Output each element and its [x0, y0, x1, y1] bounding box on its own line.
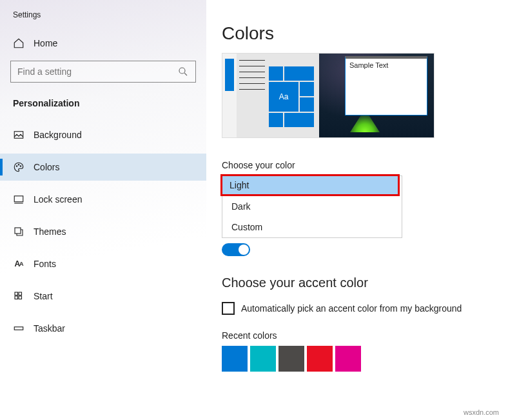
preview-dark: Sample Text [319, 54, 434, 137]
sidebar-item-label: Themes [34, 226, 66, 237]
page-title: Colors [222, 23, 508, 44]
sidebar-item-taskbar[interactable]: Taskbar [0, 315, 206, 342]
auto-accent-checkbox[interactable]: Automatically pick an accent color from … [222, 302, 508, 315]
color-swatch[interactable] [222, 346, 248, 372]
search-input[interactable] [17, 66, 177, 77]
taskbar-icon [13, 323, 24, 334]
toggle-pill[interactable] [222, 243, 250, 256]
color-swatch[interactable] [278, 346, 304, 372]
home-icon [13, 37, 24, 49]
dropdown-option-dark[interactable]: Dark [222, 196, 402, 217]
sidebar-item-label: Lock screen [34, 194, 82, 205]
dropdown-option-light[interactable]: Light [222, 176, 398, 194]
dropdown-option-custom[interactable]: Custom [222, 217, 402, 237]
auto-accent-label: Automatically pick an accent color from … [241, 303, 462, 314]
svg-rect-10 [19, 292, 22, 295]
svg-rect-9 [15, 292, 18, 295]
watermark: wsxdn.com [460, 407, 503, 417]
sidebar-item-label: Background [34, 130, 82, 140]
search-box[interactable] [10, 61, 196, 83]
preview-light: Aa [222, 54, 319, 137]
color-swatch[interactable] [250, 346, 276, 372]
sidebar-item-background[interactable]: Background [0, 121, 206, 148]
recent-colors-row [222, 346, 508, 372]
color-mode-dropdown[interactable]: Light Dark Custom [222, 175, 402, 238]
themes-icon [13, 226, 24, 237]
preview-tile-aa: Aa [269, 82, 298, 112]
fonts-icon: AA [13, 258, 24, 270]
search-icon [177, 66, 189, 77]
sidebar-item-fonts[interactable]: AA Fonts [0, 250, 206, 277]
svg-rect-11 [15, 296, 18, 299]
svg-point-4 [18, 165, 19, 166]
home-label: Home [34, 38, 57, 48]
sidebar-item-label: Taskbar [34, 323, 65, 334]
choose-color-label: Choose your color [222, 160, 508, 170]
sidebar-item-themes[interactable]: Themes [0, 218, 206, 245]
sidebar-item-label: Fonts [34, 259, 56, 269]
color-swatch[interactable] [307, 346, 333, 372]
svg-rect-8 [15, 228, 21, 234]
home-nav[interactable]: Home [0, 31, 206, 55]
main-content: Colors Aa Sample Text Choose your color … [206, 0, 508, 420]
sidebar: Settings Home Personalization Background… [0, 0, 206, 420]
start-icon [13, 290, 24, 302]
sidebar-item-label: Colors [34, 162, 59, 172]
toggle-partial: On [222, 243, 508, 256]
image-icon [13, 129, 24, 141]
svg-rect-2 [14, 132, 23, 139]
preview-sample-window: Sample Text [345, 56, 427, 115]
sidebar-item-start[interactable]: Start [0, 283, 206, 310]
checkbox-icon [222, 302, 235, 315]
recent-colors-label: Recent colors [222, 330, 508, 341]
palette-icon [13, 161, 24, 173]
svg-line-1 [184, 73, 187, 75]
theme-preview: Aa Sample Text [222, 53, 435, 138]
sidebar-item-label: Start [34, 291, 53, 301]
svg-point-0 [179, 68, 185, 74]
lockscreen-icon [13, 194, 24, 205]
preview-sample-text: Sample Text [346, 59, 427, 72]
sidebar-item-lockscreen[interactable]: Lock screen [0, 186, 206, 213]
app-title: Settings [0, 8, 206, 31]
section-title: Personalization [0, 94, 206, 121]
svg-rect-6 [14, 196, 23, 202]
svg-rect-13 [14, 327, 23, 330]
accent-heading: Choose your accent color [222, 275, 508, 290]
svg-point-3 [16, 166, 17, 167]
sidebar-item-colors[interactable]: Colors [0, 154, 206, 181]
svg-point-5 [20, 166, 21, 167]
svg-rect-12 [19, 296, 22, 299]
color-swatch[interactable] [335, 346, 361, 372]
